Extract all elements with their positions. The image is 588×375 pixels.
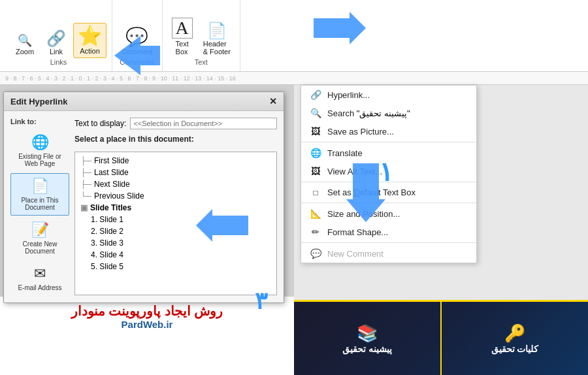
place-in-doc-label: Place in ThisDocument [21,197,58,211]
section1-icon: 📚 [357,323,378,344]
new-comment-icon: 💬 [309,248,322,259]
slide2-label: 2. Slide 2 [91,227,123,236]
menu-separator-4 [301,242,476,243]
list-item-last-slide[interactable]: ├─ Last Slide [78,167,274,178]
menu-item-size-position[interactable]: 📐 Size and Position... [301,204,476,223]
number-1-label: ۱ [379,157,393,187]
text-box-button[interactable]: A TextBox [168,15,197,58]
list-item-slide-4[interactable]: 4. Slide 4 [78,249,274,261]
header-footer-label: Header& Footer [203,40,231,56]
number-3-label: ۳ [255,287,267,315]
links-group-label: Links [50,58,67,69]
text-to-display-label: Text to display: [74,119,126,128]
header-footer-button[interactable]: 📄 Header& Footer [199,20,235,58]
action-icon: ⭐ [78,26,102,46]
tree-dash: ├─ [80,156,91,165]
text-group-label: Text [195,58,208,69]
format-shape-icon: ✏ [309,227,322,237]
list-item-previous-slide[interactable]: └─ Previous Slide [78,190,274,202]
tree-dash: ├─ [80,168,91,177]
link-to-label: Link to: [10,118,69,125]
main-area: Edit Hyperlink ✕ Link to: 🌐 Existing Fil… [0,85,588,375]
new-comment-label: New Comment [327,249,384,259]
slide-section-koliyat: 🔑 کلیات تحقیق [442,302,588,375]
previous-slide-label: Previous Slide [94,191,144,201]
svg-marker-1 [314,12,366,44]
save-picture-icon: 🖼 [309,126,322,137]
header-footer-icon: 📄 [207,23,227,39]
list-item-next-slide[interactable]: ├─ Next Slide [78,178,274,190]
ribbon-group-links: 🔍 Zoom 🔗 Link ⭐ Action Links [5,0,112,71]
place-in-doc-btn[interactable]: 📄 Place in ThisDocument [10,173,69,216]
menu-separator-1 [301,142,476,142]
size-position-icon: 📐 [309,208,322,219]
arrow-right-svg [314,12,366,44]
dialog-sidebar: Link to: 🌐 Existing File orWeb Page 📄 Pl… [10,118,69,296]
hyperlink-label: Hyperlink... [327,90,370,100]
ruler: 9 · 8 · 7 · 6 · 5 · 4 · 3 · 2 · 1 · 0 · … [0,72,588,85]
view-alt-text-icon: 🖼 [309,166,322,176]
action-label: Action [80,47,100,55]
dialog-main: Text to display: Select a place in this … [74,118,277,296]
slide4-label: 4. Slide 4 [91,250,123,259]
arrow-annotation-action [114,36,160,78]
ruler-content: 9 · 8 · 7 · 6 · 5 · 4 · 3 · 2 · 1 · 0 · … [0,72,588,84]
dialog-close-icon[interactable]: ✕ [269,96,277,106]
edit-hyperlink-dialog: Edit Hyperlink ✕ Link to: 🌐 Existing Fil… [3,91,284,303]
existing-file-label: Existing File orWeb Page [18,153,61,167]
email-address-btn[interactable]: ✉ E-mail Address [10,261,69,296]
save-picture-label: Save as Picture... [327,127,394,137]
text-to-display-input[interactable] [130,118,277,129]
zoom-button[interactable]: 🔍 Zoom [10,32,39,58]
text-box-label: TextBox [176,40,189,56]
svg-marker-0 [114,36,160,75]
select-place-label: Select a place in this document: [74,135,277,144]
slide-sections: 📚 پیشینه تحقیق 🔑 کلیات تحقیق [294,300,588,375]
dialog-body: Link to: 🌐 Existing File orWeb Page 📄 Pl… [4,111,284,302]
section2-label: کلیات تحقیق [491,344,539,354]
existing-file-btn[interactable]: 🌐 Existing File orWeb Page [10,129,69,172]
menu-separator-3 [301,203,476,203]
link-button[interactable]: 🔗 Link [42,28,71,58]
dialog-title-text: Edit Hyperlink [10,97,67,106]
link-icon: 🔗 [46,31,66,46]
create-new-icon: 📝 [31,221,49,238]
translate-label: Translate [327,148,363,158]
tree-minus: ▣ [80,203,88,212]
tree-dash: ├─ [80,180,91,189]
slide-section-pishineye: 📚 پیشینه تحقیق [294,302,442,375]
arrow-annotation-left-dialog [196,209,248,244]
slide-titles-label: Slide Titles [90,203,131,212]
menu-item-save-picture[interactable]: 🖼 Save as Picture... [301,122,476,140]
tree-dash: └─ [80,191,91,201]
format-shape-label: Format Shape... [327,227,388,237]
arrow-left-svg [114,36,160,75]
slide5-label: 5. Slide 5 [91,262,123,271]
menu-item-format-shape[interactable]: ✏ Format Shape... [301,223,476,241]
email-icon: ✉ [34,265,46,282]
action-button[interactable]: ⭐ Action [73,23,106,58]
menu-item-new-comment: 💬 New Comment [301,244,476,263]
list-item-first-slide[interactable]: ├─ First Slide [78,155,274,167]
svg-marker-2 [196,209,248,242]
last-slide-label: Last Slide [94,168,129,177]
email-label: E-mail Address [18,284,61,291]
menu-item-hyperlink[interactable]: 🔗 Hyperlink... [301,86,476,104]
link-label: Link [50,48,63,56]
menu-item-search[interactable]: 🔍 Search "پیشینه تحقیق" [301,104,476,122]
ribbon-group-text: A TextBox 📄 Header& Footer Text [163,0,240,71]
slide-area-left: روش ایجاد پاورپوینت منودار PardWeb.ir [0,297,294,375]
list-item-slide-5[interactable]: 5. Slide 5 [78,261,274,272]
slide3-label: 3. Slide 3 [91,238,123,248]
search-label: Search "پیشینه تحقیق" [327,108,410,118]
create-new-btn[interactable]: 📝 Create NewDocument [10,217,69,259]
slide1-label: 1. Slide 1 [91,215,123,224]
text-display-row: Text to display: [74,118,277,129]
search-icon: 🔍 [309,108,322,118]
translate-icon: 🌐 [309,148,322,158]
ribbon-group-icons-text: A TextBox 📄 Header& Footer [168,3,235,58]
arrow-annotation-right [314,12,366,47]
ribbon-group-icons-links: 🔍 Zoom 🔗 Link ⭐ Action [10,3,106,58]
arrow-left-dialog-svg [196,209,248,242]
text-box-icon: A [172,18,193,39]
